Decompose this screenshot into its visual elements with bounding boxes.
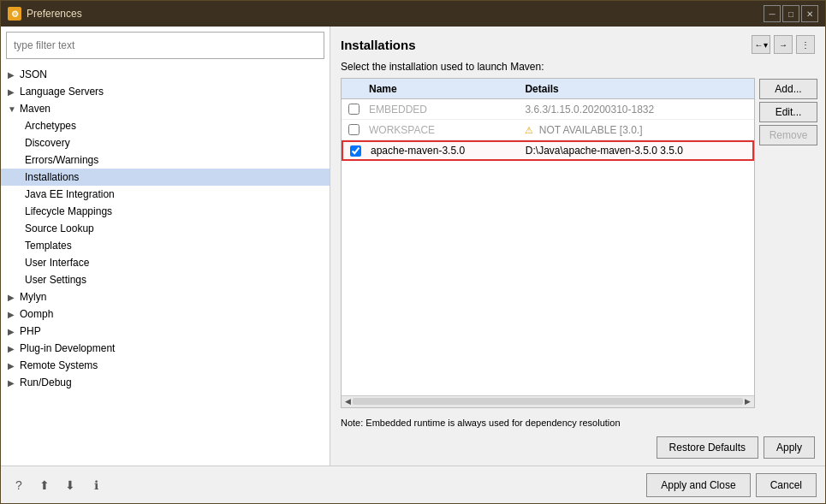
import-preferences-button[interactable]: ⬇ bbox=[61, 476, 80, 495]
nav-forward-button[interactable]: → bbox=[774, 35, 793, 54]
tree-item-label: Archetypes bbox=[25, 120, 76, 132]
minimize-button[interactable]: ─ bbox=[764, 5, 781, 22]
tree-item-label: Mylyn bbox=[20, 291, 46, 303]
tree-item-label: Oomph bbox=[20, 308, 53, 320]
workspace-checkbox[interactable] bbox=[348, 124, 360, 135]
bottom-icons: ? ⬆ ⬇ ℹ bbox=[9, 476, 646, 495]
table-row[interactable]: EMBEDDED 3.6.3/1.15.0.20200310-1832 bbox=[342, 99, 754, 120]
tree-item-oomph[interactable]: ▶ Oomph bbox=[1, 305, 330, 323]
tree-item-label: Templates bbox=[25, 240, 72, 252]
title-bar: ⚙ Preferences ─ □ ✕ bbox=[1, 1, 825, 27]
expand-arrow: ▶ bbox=[8, 293, 18, 302]
scroll-right-arrow[interactable]: ▶ bbox=[743, 397, 752, 406]
tree-item-label: Remote Systems bbox=[20, 359, 98, 371]
tree-item-label: Discovery bbox=[25, 137, 70, 149]
table-row-selected[interactable]: apache-maven-3.5.0 D:\Java\apache-maven-… bbox=[342, 140, 754, 161]
dialog-buttons: Apply and Close Cancel bbox=[646, 473, 817, 497]
tree-item-label: Lifecycle Mappings bbox=[25, 205, 112, 217]
expand-arrow: ▶ bbox=[8, 310, 18, 319]
tree-item-archetypes[interactable]: Archetypes bbox=[1, 117, 330, 134]
tree-item-source-lookup[interactable]: Source Lookup bbox=[1, 220, 330, 237]
tree-item-label: User Settings bbox=[25, 274, 86, 286]
tree-item-java-ee-integration[interactable]: Java EE Integration bbox=[1, 186, 330, 203]
window-controls: ─ □ ✕ bbox=[764, 5, 818, 22]
table-row[interactable]: WORKSPACE ⚠ NOT AVAILABLE [3.0.] bbox=[342, 120, 754, 140]
nav-menu-button[interactable]: ⋮ bbox=[796, 35, 815, 54]
scroll-left-arrow[interactable]: ◀ bbox=[343, 397, 353, 406]
expand-arrow: ▶ bbox=[8, 327, 18, 336]
tree-item-language-servers[interactable]: ▶ Language Servers bbox=[1, 83, 330, 100]
tree-item-label: Plug-in Development bbox=[20, 342, 115, 354]
tree-item-label: Maven bbox=[20, 103, 51, 115]
window-title: Preferences bbox=[27, 8, 764, 20]
info-button[interactable]: ℹ bbox=[86, 476, 105, 495]
close-button[interactable]: ✕ bbox=[801, 5, 818, 22]
right-panel: Installations ←▾ → ⋮ Select the installa… bbox=[330, 27, 825, 465]
tree-item-php[interactable]: ▶ PHP bbox=[1, 323, 330, 340]
apply-and-close-button[interactable]: Apply and Close bbox=[646, 473, 750, 497]
edit-button[interactable]: Edit... bbox=[759, 102, 817, 122]
bottom-bar: ? ⬆ ⬇ ℹ Apply and Close Cancel bbox=[1, 465, 825, 503]
tree-item-label: Errors/Warnings bbox=[25, 154, 98, 166]
tree-container: ▶ JSON ▶ Language Servers ▼ Maven Archet… bbox=[1, 64, 330, 465]
embedded-name: EMBEDDED bbox=[365, 104, 521, 116]
tree-item-plugin-development[interactable]: ▶ Plug-in Development bbox=[1, 340, 330, 357]
preferences-window: ⚙ Preferences ─ □ ✕ ▶ JSON ▶ Language Se… bbox=[0, 0, 826, 504]
apache-checkbox[interactable] bbox=[350, 145, 361, 157]
remove-button[interactable]: Remove bbox=[759, 125, 817, 145]
table-header: Name Details bbox=[342, 79, 754, 99]
cancel-button[interactable]: Cancel bbox=[756, 473, 817, 497]
filter-input[interactable] bbox=[6, 32, 324, 59]
tree-item-maven[interactable]: ▼ Maven bbox=[1, 100, 330, 117]
help-button[interactable]: ? bbox=[9, 476, 28, 495]
col-header-details: Details bbox=[521, 83, 754, 95]
tree-item-errors-warnings[interactable]: Errors/Warnings bbox=[1, 151, 330, 169]
row-checkbox-cell[interactable] bbox=[343, 145, 367, 157]
note-text: Note: Embedded runtime is always used fo… bbox=[341, 417, 815, 430]
col-header-name: Name bbox=[365, 83, 521, 95]
maximize-button[interactable]: □ bbox=[782, 5, 799, 22]
row-checkbox-cell[interactable] bbox=[342, 104, 365, 115]
tree-item-templates[interactable]: Templates bbox=[1, 237, 330, 254]
main-content: ▶ JSON ▶ Language Servers ▼ Maven Archet… bbox=[1, 27, 825, 465]
table-body: EMBEDDED 3.6.3/1.15.0.20200310-1832 WORK… bbox=[342, 99, 754, 395]
tree-item-label: Installations bbox=[25, 171, 79, 183]
row-checkbox-cell[interactable] bbox=[342, 124, 365, 135]
tree-item-user-interface[interactable]: User Interface bbox=[1, 254, 330, 271]
tree-item-discovery[interactable]: Discovery bbox=[1, 134, 330, 151]
tree-item-label: Language Servers bbox=[20, 86, 104, 98]
table-side-buttons: Add... Edit... Remove bbox=[759, 79, 817, 145]
expand-arrow: ▶ bbox=[8, 361, 18, 371]
apply-button[interactable]: Apply bbox=[764, 436, 815, 459]
tree-item-run-debug[interactable]: ▶ Run/Debug bbox=[1, 374, 330, 391]
export-preferences-button[interactable]: ⬆ bbox=[35, 476, 54, 495]
horizontal-scrollbar[interactable]: ◀ ▶ bbox=[342, 395, 754, 407]
tree-item-label: Run/Debug bbox=[20, 377, 72, 388]
restore-defaults-button[interactable]: Restore Defaults bbox=[657, 436, 758, 459]
tree-item-remote-systems[interactable]: ▶ Remote Systems bbox=[1, 357, 330, 374]
panel-description: Select the installation used to launch M… bbox=[341, 61, 815, 73]
tree-item-installations[interactable]: Installations bbox=[1, 169, 330, 186]
expand-arrow: ▶ bbox=[8, 87, 18, 97]
installations-table: Name Details EMBEDDED 3.6.3/1.15.0.20200… bbox=[341, 78, 755, 408]
workspace-name: WORKSPACE bbox=[365, 124, 521, 136]
add-button[interactable]: Add... bbox=[759, 79, 817, 99]
bottom-action-buttons: Restore Defaults Apply bbox=[341, 436, 815, 459]
tree-item-label: Source Lookup bbox=[25, 222, 94, 234]
tree-item-lifecycle-mappings[interactable]: Lifecycle Mappings bbox=[1, 203, 330, 220]
embedded-checkbox[interactable] bbox=[348, 104, 360, 115]
tree-item-user-settings[interactable]: User Settings bbox=[1, 271, 330, 288]
tree-item-json[interactable]: ▶ JSON bbox=[1, 66, 330, 83]
tree-item-label: JSON bbox=[20, 68, 47, 80]
nav-back-button[interactable]: ←▾ bbox=[752, 35, 770, 54]
left-panel: ▶ JSON ▶ Language Servers ▼ Maven Archet… bbox=[1, 27, 330, 465]
expand-arrow: ▶ bbox=[8, 378, 18, 388]
expand-arrow: ▶ bbox=[8, 70, 18, 80]
tree-item-mylyn[interactable]: ▶ Mylyn bbox=[1, 288, 330, 305]
panel-header: Installations ←▾ → ⋮ bbox=[341, 35, 815, 54]
apache-details: D:\Java\apache-maven-3.5.0 3.5.0 bbox=[522, 145, 752, 157]
warning-icon: ⚠ bbox=[525, 125, 533, 135]
embedded-details: 3.6.3/1.15.0.20200310-1832 bbox=[521, 104, 754, 116]
tree-item-label: Java EE Integration bbox=[25, 188, 115, 200]
panel-nav: ←▾ → ⋮ bbox=[752, 35, 815, 54]
